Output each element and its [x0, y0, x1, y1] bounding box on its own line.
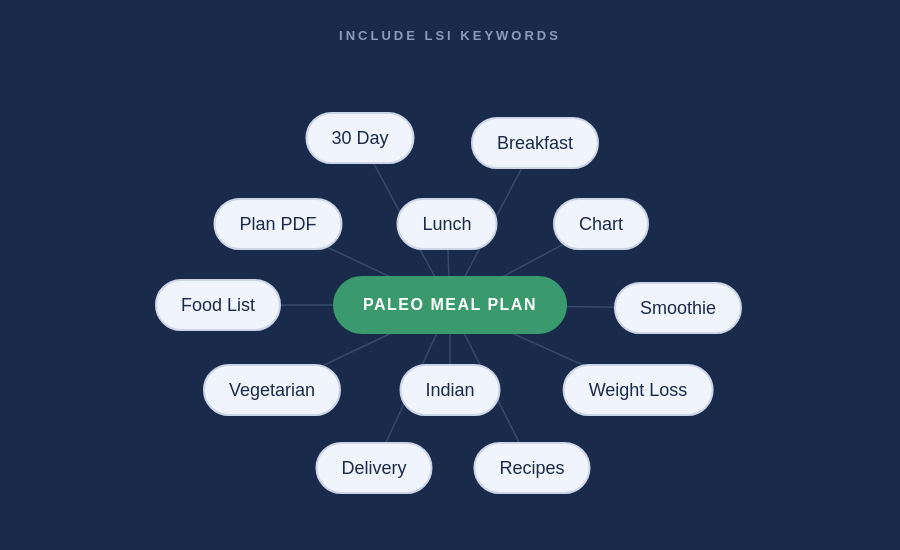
node-weightloss: Weight Loss	[563, 364, 714, 416]
connection-lines	[0, 0, 900, 550]
node-breakfast: Breakfast	[471, 117, 599, 169]
node-planpdf: Plan PDF	[213, 198, 342, 250]
node-recipes: Recipes	[473, 442, 590, 494]
mind-map-diagram: INCLUDE LSI KEYWORDS PALEO MEAL PLAN 30 …	[0, 0, 900, 550]
center-node: PALEO MEAL PLAN	[333, 276, 567, 334]
node-30day: 30 Day	[305, 112, 414, 164]
node-indian: Indian	[399, 364, 500, 416]
node-foodlist: Food List	[155, 279, 281, 331]
node-chart: Chart	[553, 198, 649, 250]
node-smoothie: Smoothie	[614, 282, 742, 334]
node-vegetarian: Vegetarian	[203, 364, 341, 416]
node-delivery: Delivery	[315, 442, 432, 494]
node-lunch: Lunch	[396, 198, 497, 250]
